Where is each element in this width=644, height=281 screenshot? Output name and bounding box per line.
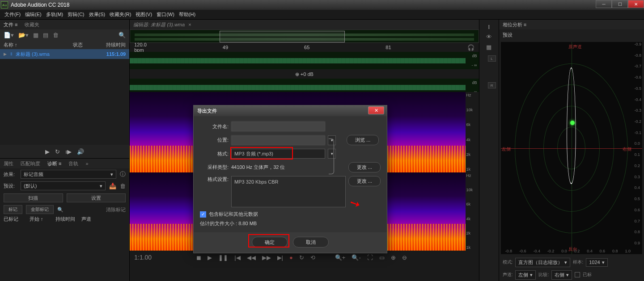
time-mark: 65 [304, 45, 309, 50]
right-channel-button[interactable]: R [488, 82, 496, 88]
mode-select[interactable]: 直方图（日志缩放）▾ [515, 258, 570, 267]
minimize-button[interactable]: ─ [596, 0, 612, 8]
close-button[interactable]: ✕ [628, 0, 644, 8]
scan-button[interactable]: 扫描 [4, 193, 63, 202]
effect-select[interactable]: 标记音频▾ [21, 170, 116, 179]
preset-select[interactable]: (默认)▾ [21, 181, 106, 190]
mh-duration[interactable]: 持续时间 [55, 216, 78, 222]
zoom-sel-icon[interactable]: ▭ [379, 254, 385, 261]
menu-item[interactable]: 剪辑(C) [66, 10, 86, 19]
col-status[interactable]: 状态 [73, 42, 95, 48]
menu-item[interactable]: 收藏夹(R) [108, 10, 133, 19]
open-file-icon[interactable]: 📂▾ [18, 32, 29, 38]
compare-select[interactable]: 右侧▾ [551, 270, 572, 280]
col-name[interactable]: 名称 ↑ [4, 42, 69, 48]
marker-button[interactable]: 标记 [4, 205, 22, 214]
tab-properties[interactable]: 属性 [4, 160, 13, 167]
cancel-button[interactable]: 取消 [293, 237, 329, 247]
hz-label: 6k [466, 122, 479, 127]
sample-label: 采样类型: [200, 164, 229, 171]
mh-start[interactable]: 开始 ↑ [30, 216, 52, 222]
menu-item[interactable]: 文件(F) [3, 10, 22, 19]
autoplay-icon[interactable]: ı▶ [65, 148, 72, 155]
browse-button[interactable]: 浏览 ... [347, 135, 379, 145]
headphone-icon[interactable]: 🎧 [467, 44, 475, 51]
loop-icon[interactable]: ↻ [55, 148, 60, 155]
expand-icon[interactable]: ▶ [4, 52, 7, 56]
marker-search-icon[interactable]: 🔍 [57, 207, 64, 213]
tab-diagnostics[interactable]: 诊断 ≡ [47, 160, 61, 167]
delete-preset-icon[interactable]: 🗑 [120, 183, 126, 189]
overview-waveform[interactable] [130, 29, 479, 43]
hz-label: 4k [466, 138, 479, 142]
col-duration[interactable]: 持续时间 [99, 42, 126, 48]
clear-marker-button[interactable]: 清除标记 [106, 206, 126, 213]
tab-files[interactable]: 文件 ≡ [4, 21, 17, 28]
eye-icon[interactable]: 👁 [486, 34, 492, 40]
tab-favorites[interactable]: 收藏夹 [25, 21, 39, 28]
play-icon[interactable]: ▶ [208, 254, 212, 261]
search-icon[interactable]: 🔍 [119, 32, 126, 38]
menu-item[interactable]: 视图(V) [134, 10, 154, 19]
skip-start-icon[interactable]: |◀ [234, 254, 240, 261]
stop-icon[interactable]: ◼ [196, 254, 201, 261]
change-sample-button[interactable]: 更改 ... [348, 162, 381, 172]
save-icon[interactable]: ▤ [43, 32, 48, 38]
skip-sel-icon[interactable]: ⟲ [310, 254, 315, 261]
phase-scope[interactable]: 原声道 左侧 右侧 反向 -0.9-0.8-0.7-0.6-0.5-0.4-0.… [501, 42, 642, 254]
marked-checkbox[interactable] [575, 272, 580, 277]
zoom-in-icon[interactable]: ⊕ [391, 254, 396, 261]
file-row[interactable]: ▶ ⫴ 未标题 (3).wma 115:1.09 [0, 49, 129, 59]
skip-end-icon[interactable]: ▶| [277, 254, 283, 261]
level-meter-icon[interactable]: ⫿ [487, 23, 491, 30]
mh-marked[interactable]: 已标记 [4, 216, 26, 222]
settings-button[interactable]: 设置 [67, 193, 126, 202]
grid-icon[interactable]: ▦ [486, 44, 491, 50]
forward-icon[interactable]: ▶▶ [262, 254, 271, 261]
scale-tick: -0.5 [634, 86, 641, 91]
menu-item[interactable]: 编辑(E) [23, 10, 43, 19]
new-file-icon[interactable]: 📄▾ [4, 32, 14, 38]
zoom-out-icon[interactable]: 🔍- [352, 254, 360, 261]
overview-selection[interactable] [220, 31, 345, 42]
zoom-out-icon[interactable]: ⊖ [402, 254, 407, 261]
play-icon[interactable]: ▶ [45, 148, 50, 155]
time-mark: 81 [386, 45, 391, 50]
tab-track[interactable]: 音轨 [68, 160, 78, 167]
loop-icon[interactable]: ↻ [299, 254, 304, 261]
dialog-titlebar[interactable]: 导出文件 ✕ [194, 105, 387, 116]
pause-icon[interactable]: ❚❚ [218, 254, 228, 261]
save-preset-icon[interactable]: 📥 [109, 183, 116, 189]
channel-select[interactable]: 左侧▾ [515, 270, 536, 280]
change-fmtset-button[interactable]: 更改 ... [348, 176, 381, 186]
volume-icon[interactable]: 🔊 [77, 148, 84, 155]
maximize-button[interactable]: ☐ [612, 0, 628, 8]
menu-item[interactable]: 窗口(W) [155, 10, 176, 19]
location-input[interactable] [231, 135, 325, 145]
fmtset-box: MP3 320 Kbps CBR [231, 176, 346, 207]
metadata-checkbox[interactable]: ✓ [200, 211, 206, 218]
editor-close-icon[interactable]: × [188, 22, 191, 27]
filename-input[interactable] [231, 122, 325, 131]
waveform-track-left[interactable]: dB - ∞ [130, 52, 479, 70]
zoom-full-icon[interactable]: ⛶ [367, 254, 373, 261]
menu-item[interactable]: 帮助(H) [177, 10, 197, 19]
volume-indicator[interactable]: ⊕ +0 dB [130, 70, 479, 79]
all-marker-button[interactable]: 全部标记 [26, 205, 54, 214]
left-channel-button[interactable]: L [488, 55, 496, 62]
rewind-icon[interactable]: ◀◀ [247, 254, 256, 261]
record-icon[interactable]: ● [289, 254, 293, 261]
sample-select[interactable]: 1024▾ [586, 258, 607, 267]
mh-channel[interactable]: 声道 [81, 216, 104, 222]
menu-item[interactable]: 效果(S) [87, 10, 107, 19]
more-tabs-icon[interactable]: » [85, 161, 88, 166]
multitrack-icon[interactable]: ▦ [33, 32, 38, 38]
timeline-ruler[interactable]: 120.0 bpm 49 65 81 🎧 [130, 43, 479, 52]
trash-icon[interactable]: 🗑 [53, 32, 59, 38]
dialog-close-button[interactable]: ✕ [368, 106, 384, 114]
info-icon[interactable]: ⓘ [120, 170, 126, 178]
menu-item[interactable]: 多轨(M) [44, 10, 65, 19]
export-dialog: 导出文件 ✕ 文件名: 位置: ▾ 浏览 ... 格式: MP3 音频 (*.m… [193, 105, 387, 253]
tab-match-loudness[interactable]: 匹配响度 [21, 160, 40, 167]
zoom-in-icon[interactable]: 🔍+ [335, 254, 346, 261]
